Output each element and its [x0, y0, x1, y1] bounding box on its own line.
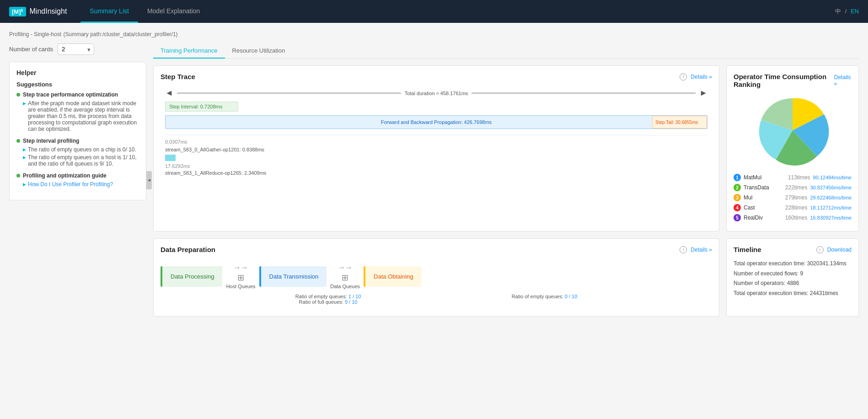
- suggestion-heading-2: Step interval profiling: [23, 138, 79, 144]
- suggestion-item-2: Step interval profiling The ratio of emp…: [16, 138, 139, 167]
- timeline-header: Timeline i Download: [734, 246, 852, 253]
- rank-time-2: 30.827456ms/time: [810, 185, 852, 190]
- step-trace-actions: i Details »: [680, 73, 712, 81]
- duration-bar: ◄ Total duration ≈ 458.1761ms ►: [165, 88, 707, 98]
- logo-area: [M]⁵ MindInsight: [9, 7, 67, 16]
- profiler-link[interactable]: How Do I Use Profiler for Profiling?: [28, 181, 113, 188]
- lang-en[interactable]: EN: [851, 8, 859, 15]
- data-transmission-box: Data Transmission: [259, 266, 327, 287]
- rank-time-4: 18.112712ms/time: [810, 205, 852, 210]
- content-area: Training Performance Resource Utilizatio…: [153, 43, 859, 317]
- operator-ranking-details-link[interactable]: Details »: [834, 74, 852, 87]
- host-queue-label: Host Queues: [226, 284, 255, 289]
- ranking-item-5: 5 RealDiv 160times 16.830927ms/time: [734, 214, 852, 221]
- step-trace-info-icon[interactable]: i: [680, 73, 687, 81]
- sidebar-toggle[interactable]: ◄: [146, 171, 152, 189]
- operator-ranking-panel: Operator Time Consumption Ranking Detail…: [726, 65, 859, 231]
- sub-list-1: After the praph mode and dataset sink mo…: [23, 100, 139, 132]
- data-prep-details-link[interactable]: Details »: [691, 247, 712, 253]
- data-queue-label: Data Queues: [330, 284, 360, 289]
- data-processing-box: Data Processing: [161, 266, 222, 287]
- suggestion-heading-3: Profiling and optimization guide: [23, 172, 107, 179]
- timeline-stat-3: Number of operators: 4886: [734, 279, 852, 289]
- timeline-info-icon[interactable]: i: [816, 246, 824, 253]
- ranking-item-1: 1 MatMul 113times 90.12484ms/time: [734, 174, 852, 181]
- operator-ranking-header: Operator Time Consumption Ranking Detail…: [734, 73, 852, 88]
- stream-2-label: stream_583_1_AllReduce-op1265: 2.3409ms: [165, 170, 707, 176]
- logo-text: MindInsight: [30, 7, 67, 16]
- total-duration-row: ◄ Total duration ≈ 458.1761ms ►: [161, 86, 712, 102]
- rank-times-5: 160times: [782, 215, 808, 221]
- pie-chart-svg: [756, 94, 829, 167]
- timeline-panel: Timeline i Download Total operator execu…: [726, 238, 859, 317]
- sub-list-item-2a: The ratio of empty queues on a chip is 0…: [23, 146, 139, 153]
- timeline-download-link[interactable]: Download: [827, 247, 852, 253]
- host-queue-flow: →→ ⊞ Host Queues: [222, 263, 259, 289]
- bottom-panels-row: Data Preparation i Details » Data Proces…: [153, 238, 859, 317]
- tab-resource-utilization[interactable]: Resource Utilization: [225, 43, 293, 59]
- fbp-label: Forward and Backward Propagation: 426.76…: [381, 119, 492, 125]
- rank-name-2: TransData: [744, 184, 780, 191]
- rank-times-3: 279times: [782, 194, 808, 201]
- nav-tab-model-explanation[interactable]: Model Explanation: [138, 0, 209, 23]
- timeline-stat-4: Total operator execution times: 24431tim…: [734, 289, 852, 299]
- timeline-stat-label-4: Total operator execution times:: [734, 290, 808, 296]
- rank-num-3: 3: [734, 194, 741, 201]
- page: Profiling - Single-host (Summary path:/c…: [0, 23, 868, 323]
- data-queue-icon: ⊞: [342, 273, 348, 283]
- step-trace-details-link[interactable]: Details »: [691, 74, 712, 80]
- logo-box: [M]⁵: [9, 7, 26, 16]
- sidebar-content: Number of cards 2 1 4 8 Helper Suggestio…: [9, 43, 146, 200]
- lang-zh[interactable]: 中: [835, 8, 841, 15]
- step-trace-title: Step Trace: [161, 73, 195, 81]
- step-interval-row: Step Interval: 0.7208ms: [161, 102, 712, 112]
- bullet-green-1: [16, 93, 20, 97]
- ranking-item-4: 4 Cast 228times 18.112712ms/time: [734, 204, 852, 211]
- bullet-green-3: [16, 174, 20, 177]
- nav-tabs: Summary List Model Explanation: [80, 0, 209, 23]
- cards-select-wrapper: 2 1 4 8: [58, 43, 94, 55]
- rank-num-5: 5: [734, 214, 741, 221]
- main-layout: Number of cards 2 1 4 8 Helper Suggestio…: [9, 43, 859, 317]
- ranking-list: 1 MatMul 113times 90.12484ms/time 2 Tran…: [734, 174, 852, 221]
- header: [M]⁵ MindInsight Summary List Model Expl…: [0, 0, 868, 23]
- duration-line-2: [472, 93, 696, 93]
- suggestion-heading-1: Step trace performance optimization: [23, 91, 118, 98]
- rank-times-2: 222times: [782, 184, 808, 191]
- ranking-item-3: 3 Mul 279times 29.622468ms/time: [734, 194, 852, 201]
- step-tail-label: Step Tail: 30.6855ms: [655, 120, 698, 125]
- step-trace-header: Step Trace i Details »: [161, 73, 712, 81]
- time-label-2: 17.6292ms: [165, 163, 707, 169]
- bullet-green-2: [16, 139, 20, 143]
- trace-detail-inner: 0.0307ms stream_583_0_AllGather-op1201: …: [165, 135, 707, 176]
- rank-name-4: Cast: [744, 204, 780, 211]
- step-tail-bar: Step Tail: 30.6855ms: [652, 116, 707, 129]
- ranking-item-2: 2 TransData 222times 30.827456ms/time: [734, 184, 852, 191]
- sub-tabs: Training Performance Resource Utilizatio…: [153, 43, 859, 59]
- stream-bar-tiny: [172, 155, 176, 161]
- rank-times-1: 113times: [785, 174, 810, 181]
- timeline-stat-label-3: Number of operators:: [734, 280, 785, 286]
- sub-list-item-2b: The ratio of empty queues on a host is 1…: [23, 154, 139, 167]
- flow-arrow-1: →→: [233, 263, 248, 272]
- timeline-stat-2: Number of executed flows: 9: [734, 269, 852, 279]
- helper-title: Helper: [16, 69, 139, 76]
- ratio-full-host-val: 9 / 10: [345, 299, 358, 305]
- tab-training-performance[interactable]: Training Performance: [153, 43, 225, 59]
- queue-stats-row: Ratio of empty queues: 1 / 10 Ratio of f…: [161, 294, 712, 305]
- cards-select[interactable]: 2 1 4 8: [58, 43, 94, 55]
- rank-name-3: Mul: [744, 194, 780, 201]
- rank-time-5: 16.830927ms/time: [810, 215, 852, 220]
- data-prep-actions: i Details »: [680, 246, 712, 253]
- timeline-title: Timeline: [734, 246, 761, 253]
- sub-list-item-1: After the praph mode and dataset sink mo…: [23, 100, 139, 132]
- data-prep-info-icon[interactable]: i: [680, 246, 687, 253]
- rank-name-5: RealDiv: [744, 215, 780, 221]
- step-trace-panel: Step Trace i Details » ◄ Total duration …: [153, 65, 719, 231]
- ratio-empty-data-val: 0 / 10: [565, 294, 578, 299]
- suggestion-item-3: Profiling and optimization guide How Do …: [16, 172, 139, 188]
- ratio-full-host-row: Ratio of full queues: 9 / 10: [220, 299, 436, 305]
- data-queue-flow: →→ ⊞ Data Queues: [327, 263, 364, 289]
- sub-list-2: The ratio of empty queues on a chip is 0…: [23, 146, 139, 167]
- nav-tab-summary-list[interactable]: Summary List: [80, 0, 138, 23]
